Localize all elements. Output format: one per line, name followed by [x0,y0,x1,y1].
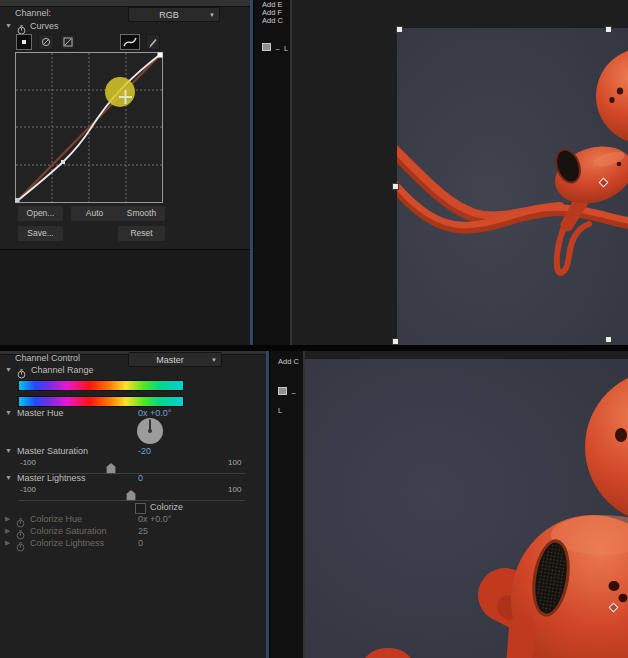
stopwatch-icon[interactable] [16,538,25,556]
disclosure-triangle-icon[interactable]: ▶ [5,527,10,535]
effect-controls-panel-curves: Channel: RGB ▼ ▼ Curves [0,0,250,345]
curves-grid[interactable] [15,52,163,203]
curves-circle-slash-icon[interactable] [38,34,54,50]
composition-viewport-top[interactable] [397,28,628,345]
reset-button[interactable]: Reset [118,226,165,241]
slider-min-label: -100 [20,458,36,467]
slider-min-label: -100 [20,485,36,494]
colorize-label: Colorize [150,502,183,512]
disclosure-triangle-icon[interactable]: ▼ [5,366,12,373]
channel-range-label: Channel Range [31,365,94,375]
colorize-hue-label: Colorize Hue [30,514,82,524]
disclosure-triangle-icon[interactable]: ▼ [5,447,12,454]
saturation-slider-thumb[interactable] [106,463,116,474]
composition-panel-top [292,0,628,345]
layer-dash: – [275,44,279,53]
curve-point-end [158,53,163,58]
layer-thumbnail-icon [278,387,287,395]
pencil-tool-icon[interactable] [146,34,160,50]
selection-handle[interactable] [392,183,399,190]
curve-point-start [15,198,20,203]
master-lightness-value[interactable]: 0 [138,473,143,483]
cursor-highlight [105,77,135,107]
channel-label: Channel: [15,8,51,18]
hue-spectrum-bar-bottom [18,396,184,407]
channel-control-dropdown[interactable]: Master ▼ [128,352,222,367]
disclosure-triangle-icon[interactable]: ▶ [5,539,10,547]
disclosure-triangle-icon[interactable]: ▼ [5,22,12,29]
layer-entry[interactable]: – L [262,37,288,55]
bezier-curve-tool-icon[interactable] [120,34,140,50]
smooth-button[interactable]: Smooth [118,206,165,221]
channel-control-value: Master [129,355,211,365]
auto-button[interactable]: Auto [71,206,118,221]
colorize-hue-value: 0x +0.0° [138,514,171,524]
master-saturation-label: Master Saturation [17,446,88,456]
disclosure-triangle-icon[interactable]: ▶ [5,515,10,523]
composition-panel-bottom [305,351,628,658]
colorize-lightness-value: 0 [138,538,143,548]
colorize-saturation-value: 25 [138,526,148,536]
colorize-lightness-label: Colorize Lightness [30,538,104,548]
composition-viewport-bottom[interactable] [305,359,628,658]
selection-handle[interactable] [392,338,399,345]
hue-dial[interactable] [136,417,164,449]
channel-control-label: Channel Control [15,353,80,363]
layer-dash: – [291,388,295,397]
layer-entry[interactable]: – L [278,381,303,417]
colorize-saturation-label: Colorize Saturation [30,526,107,536]
save-button[interactable]: Save... [18,226,63,241]
layer-thumbnail-icon [262,43,271,51]
curve-point-low [61,160,65,164]
disclosure-triangle-icon[interactable]: ▼ [5,474,12,481]
clipped-row [0,0,250,7]
master-lightness-label: Master Lightness [17,473,86,483]
menu-item-add[interactable]: Add C [262,16,292,25]
selection-handle[interactable] [396,26,403,33]
lightness-slider-thumb[interactable] [126,490,136,501]
channel-dropdown[interactable]: RGB ▼ [128,7,220,22]
timeline-sliver-bottom: Add C – L [269,351,305,658]
curves-point-tool-icon[interactable] [16,34,32,50]
hue-spectrum-bar-top [18,380,184,391]
chevron-down-icon: ▼ [211,357,217,363]
slider-max-label: 100 [228,485,241,494]
menu-item-add[interactable]: Add C [278,357,308,366]
effect-controls-panel-hue-saturation: Channel Control Master ▼ ▼ Channel Range… [0,351,266,658]
effect-title: Curves [30,21,59,31]
timeline-sliver-top: Add E Add F Add C – L [253,0,292,345]
open-button[interactable]: Open... [18,206,63,221]
selection-handle[interactable] [605,26,612,33]
colorize-checkbox[interactable] [135,503,146,514]
disclosure-triangle-icon[interactable]: ▼ [5,409,12,416]
curves-box-diagonal-icon[interactable] [60,34,76,50]
slider-max-label: 100 [228,458,241,467]
master-hue-label: Master Hue [17,408,64,418]
layer-name: L [284,44,288,53]
selection-handle[interactable] [605,336,612,343]
panel-empty-area [0,249,250,346]
layer-name: L [278,406,282,415]
channel-dropdown-value: RGB [129,10,209,20]
chevron-down-icon: ▼ [209,12,215,18]
after-effects-workspace: Channel: RGB ▼ ▼ Curves [0,0,628,658]
master-saturation-value[interactable]: -20 [138,446,151,456]
